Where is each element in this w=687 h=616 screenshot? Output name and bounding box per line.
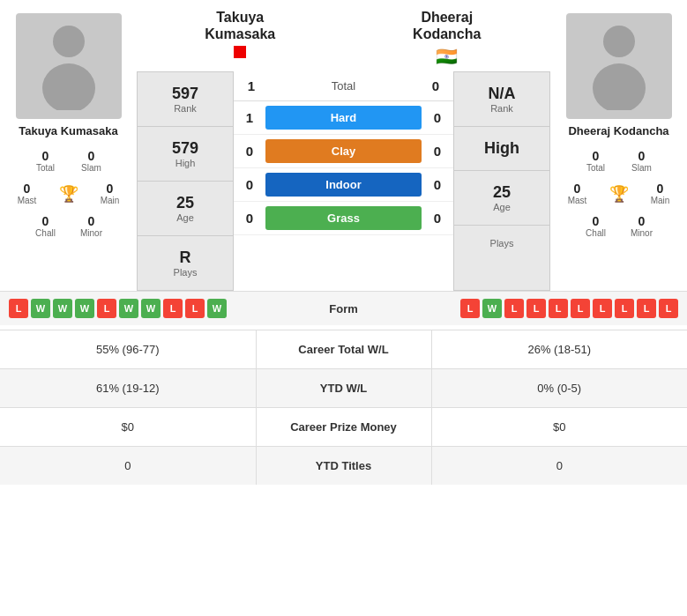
left-mast-label: Mast bbox=[18, 196, 37, 205]
right-rank-label: Rank bbox=[459, 103, 545, 114]
surface-scores-area: 597 Rank 579 High 25 Age R Plays bbox=[137, 71, 550, 291]
left-main-stat: 0 Main bbox=[93, 182, 128, 205]
right-flag: 🇮🇳 bbox=[344, 46, 551, 67]
form-label: Form bbox=[329, 302, 358, 315]
right-total-value: 0 bbox=[593, 149, 600, 163]
total-right-score: 0 bbox=[427, 78, 444, 93]
right-age-label: Age bbox=[459, 202, 545, 212]
total-label: Total bbox=[332, 79, 355, 93]
left-col-stats: 597 Rank 579 High 25 Age R Plays bbox=[137, 71, 234, 291]
indoor-row: 0 Indoor 0 bbox=[234, 168, 453, 202]
right-player-avatar bbox=[566, 13, 672, 119]
stats-row: 55% (96-77)Career Total W/L26% (18-51) bbox=[0, 330, 687, 368]
right-form-badges: LWLLLLLLLL bbox=[460, 299, 678, 318]
right-rank-block: N/A Rank bbox=[454, 72, 549, 127]
left-chall-value: 0 bbox=[42, 214, 49, 228]
right-name-block: DheerajKodancha 🇮🇳 bbox=[344, 9, 551, 67]
stats-row: 61% (19-12)YTD W/L0% (0-5) bbox=[0, 368, 687, 407]
right-high-block: High bbox=[454, 127, 549, 171]
left-slam-value: 0 bbox=[88, 149, 95, 163]
svg-point-1 bbox=[42, 63, 95, 110]
right-player-name: Dheeraj Kodancha bbox=[568, 124, 668, 137]
right-main-stat: 0 Main bbox=[643, 182, 678, 205]
right-player-stats3: 0 Chall 0 Minor bbox=[555, 210, 683, 242]
right-trophy-icon: 🏆 bbox=[609, 184, 629, 204]
hard-left: 1 bbox=[241, 110, 258, 125]
left-player-stats3: 0 Chall 0 Minor bbox=[4, 210, 132, 242]
right-mast-stat: 0 Mast bbox=[560, 182, 595, 205]
left-plays-value: R bbox=[142, 249, 228, 267]
stats-center-label: YTD Titles bbox=[256, 447, 432, 485]
right-minor-stat: 0 Minor bbox=[624, 214, 660, 238]
left-mast-value: 0 bbox=[24, 182, 31, 196]
hard-row: 1 Hard 0 bbox=[234, 101, 453, 135]
surface-scores-middle: 1 Total 0 1 Hard 0 0 Clay 0 bbox=[234, 71, 453, 291]
clay-row: 0 Clay 0 bbox=[234, 135, 453, 168]
left-name-block: TakuyaKumasaka bbox=[137, 9, 344, 67]
clay-right: 0 bbox=[429, 144, 446, 159]
names-row: TakuyaKumasaka DheerajKodancha 🇮🇳 bbox=[137, 9, 550, 71]
left-player-avatar bbox=[16, 13, 122, 119]
bottom-stats: 55% (96-77)Career Total W/L26% (18-51)61… bbox=[0, 330, 687, 485]
grass-row: 0 Grass 0 bbox=[234, 202, 453, 235]
form-badge: W bbox=[53, 299, 72, 318]
players-top: Takuya Kumasaka 0 Total 0 Slam 0 Mast 🏆 bbox=[0, 0, 687, 291]
grass-pill: Grass bbox=[265, 206, 422, 230]
right-minor-label: Minor bbox=[631, 228, 653, 238]
left-player-stats2: 0 Mast 🏆 0 Main bbox=[4, 177, 132, 210]
indoor-right: 0 bbox=[429, 177, 446, 192]
left-high-value: 579 bbox=[142, 139, 228, 158]
form-badge: L bbox=[9, 299, 28, 318]
stats-center-label: YTD W/L bbox=[256, 369, 432, 407]
indoor-left: 0 bbox=[241, 177, 258, 192]
main-container: Takuya Kumasaka 0 Total 0 Slam 0 Mast 🏆 bbox=[0, 0, 687, 616]
right-chall-value: 0 bbox=[593, 214, 600, 228]
left-mast-stat: 0 Mast bbox=[10, 182, 45, 205]
form-badge: L bbox=[637, 299, 656, 318]
indoor-pill: Indoor bbox=[265, 173, 422, 197]
form-badge: W bbox=[141, 299, 161, 318]
svg-point-2 bbox=[603, 26, 635, 57]
stats-right-value: $0 bbox=[432, 408, 688, 446]
hard-pill: Hard bbox=[265, 106, 422, 130]
right-center-name: DheerajKodancha bbox=[344, 9, 551, 42]
right-plays-block: Plays bbox=[454, 226, 549, 261]
left-plays-block: R Plays bbox=[138, 236, 233, 290]
left-player-stats: 0 Total 0 Slam bbox=[4, 145, 132, 177]
right-mast-value: 0 bbox=[574, 182, 581, 196]
form-badge: W bbox=[119, 299, 138, 318]
svg-point-0 bbox=[53, 26, 85, 57]
form-badge: L bbox=[659, 299, 678, 318]
right-col-stats: N/A Rank High 25 Age Plays bbox=[453, 71, 550, 291]
left-total-label: Total bbox=[36, 163, 55, 173]
stats-right-value: 0 bbox=[432, 447, 688, 485]
right-mast-label: Mast bbox=[568, 196, 587, 205]
left-age-value: 25 bbox=[142, 194, 228, 212]
left-player-name: Takuya Kumasaka bbox=[19, 124, 118, 137]
stats-left-value: 55% (96-77) bbox=[0, 330, 256, 368]
total-scores-row: 1 Total 0 bbox=[234, 71, 453, 101]
right-age-block: 25 Age bbox=[454, 171, 549, 226]
right-main-value: 0 bbox=[657, 182, 664, 196]
right-minor-value: 0 bbox=[638, 214, 646, 228]
left-total-value: 0 bbox=[42, 149, 49, 163]
form-badge: L bbox=[460, 299, 480, 318]
left-slam-label: Slam bbox=[81, 163, 101, 173]
left-minor-stat: 0 Minor bbox=[74, 214, 109, 238]
left-rank-value: 597 bbox=[142, 85, 228, 103]
total-left-score: 1 bbox=[243, 78, 260, 93]
right-slam-label: Slam bbox=[631, 163, 652, 173]
grass-left: 0 bbox=[241, 211, 258, 226]
left-flag-dot bbox=[234, 46, 246, 58]
svg-point-3 bbox=[593, 63, 646, 110]
left-chall-stat: 0 Chall bbox=[28, 214, 63, 238]
form-section: LWWWLWWLLW Form LWLLLLLLLL bbox=[0, 291, 687, 325]
right-player-stats: 0 Total 0 Slam bbox=[555, 145, 683, 177]
stats-right-value: 0% (0-5) bbox=[432, 369, 688, 407]
form-badge: L bbox=[571, 299, 590, 318]
form-badge: L bbox=[185, 299, 205, 318]
left-minor-label: Minor bbox=[80, 228, 102, 238]
left-total-stat: 0 Total bbox=[28, 149, 63, 173]
left-center-name: TakuyaKumasaka bbox=[137, 9, 344, 42]
clay-left: 0 bbox=[241, 144, 258, 159]
